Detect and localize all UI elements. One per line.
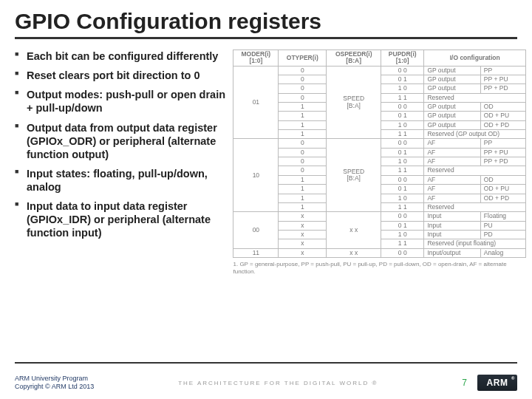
cell-config: GP output <box>424 112 480 120</box>
cell-ospeedr: SPEED[B:A] <box>327 139 381 212</box>
cell-pupdr: 1 0 <box>381 120 424 129</box>
cell-otyper: 0 <box>279 139 327 148</box>
cell-otyper: 0 <box>279 66 327 75</box>
cell-otyper: 1 <box>279 194 327 202</box>
cell-pupdr: 1 1 <box>381 239 424 248</box>
cell-io: Analog <box>480 248 525 257</box>
cell-moder: 11 <box>233 248 279 257</box>
cell-pupdr: 0 1 <box>381 112 424 120</box>
cell-moder: 00 <box>233 212 279 248</box>
cell-config: AF <box>424 185 480 194</box>
cell-config: Input <box>424 221 480 230</box>
cell-config: Reserved <box>424 93 526 102</box>
bullet-item: Each bit can be configured differently <box>15 50 227 63</box>
table-header: OSPEEDR(i)[B:A] <box>327 50 381 66</box>
cell-otyper: 1 <box>279 175 327 184</box>
cell-io: OD + PU <box>480 112 525 120</box>
cell-ospeedr: x x <box>327 248 381 257</box>
cell-pupdr: 1 0 <box>381 84 424 93</box>
cell-pupdr: 1 1 <box>381 202 424 211</box>
cell-pupdr: 0 1 <box>381 75 424 84</box>
page-number: 7 <box>462 378 467 388</box>
cell-otyper: 0 <box>279 166 327 175</box>
cell-moder: 10 <box>233 139 279 212</box>
cell-pupdr: 1 1 <box>381 166 424 175</box>
gpio-config-table: MODER(i)[1:0]OTYPER(i)OSPEEDR(i)[B:A]PUP… <box>233 50 526 258</box>
cell-config: AF <box>424 157 480 166</box>
bullet-item: Input states: floating, pull-up/down, an… <box>15 167 227 194</box>
bullet-item: Output data from output data register (G… <box>15 121 227 161</box>
cell-config: AF <box>424 139 480 148</box>
cell-pupdr: 1 0 <box>381 157 424 166</box>
cell-io: PP + PD <box>480 157 525 166</box>
table-header: MODER(i)[1:0] <box>233 50 279 66</box>
cell-pupdr: 1 1 <box>381 93 424 102</box>
cell-otyper: 1 <box>279 185 327 194</box>
cell-otyper: 0 <box>279 148 327 157</box>
cell-io: PP <box>480 139 525 148</box>
footer-rule <box>15 362 517 364</box>
arm-logo-text: ARM <box>487 378 508 388</box>
cell-pupdr: 1 0 <box>381 230 424 239</box>
table-footnote: 1. GP = general-purpose, PP = push-pull,… <box>233 261 526 275</box>
cell-pupdr: 0 1 <box>381 221 424 230</box>
slide-title: GPIO Configuration registers <box>15 9 517 34</box>
cell-otyper: 1 <box>279 120 327 129</box>
cell-config: AF <box>424 175 480 184</box>
cell-config: Reserved (input floating) <box>424 239 526 248</box>
cell-otyper: x <box>279 230 327 239</box>
bullet-item: Output modes: push-pull or open drain + … <box>15 88 227 115</box>
footer-program: ARM University Program Copyright © ARM L… <box>15 375 94 391</box>
cell-moder: 01 <box>233 66 279 139</box>
table-row: 11xx x0 0Input/outputAnalog <box>233 248 526 257</box>
cell-pupdr: 0 0 <box>381 103 424 112</box>
cell-io: PU <box>480 221 525 230</box>
footer-tagline: THE ARCHITECTURE FOR THE DIGITAL WORLD ® <box>94 380 462 386</box>
cell-pupdr: 0 0 <box>381 212 424 221</box>
cell-otyper: x <box>279 221 327 230</box>
cell-pupdr: 1 0 <box>381 194 424 202</box>
footer-program-line1: ARM University Program <box>15 375 94 383</box>
table-row: 00xx x0 0InputFloating <box>233 212 526 221</box>
table-header: PUPDR(i)[1:0] <box>381 50 424 66</box>
cell-config: Reserved <box>424 202 526 211</box>
cell-config: Input/output <box>424 248 480 257</box>
cell-otyper: 0 <box>279 84 327 93</box>
cell-otyper: 1 <box>279 103 327 112</box>
cell-otyper: 1 <box>279 202 327 211</box>
cell-config: AF <box>424 194 480 202</box>
cell-otyper: 1 <box>279 112 327 120</box>
cell-io: PP + PU <box>480 148 525 157</box>
cell-config: GP output <box>424 120 480 129</box>
cell-ospeedr: x x <box>327 212 381 248</box>
cell-config: Input <box>424 212 480 221</box>
cell-io: OD <box>480 175 525 184</box>
arm-logo: ARM® <box>477 375 517 391</box>
cell-io: PD <box>480 230 525 239</box>
cell-otyper: x <box>279 239 327 248</box>
cell-otyper: 0 <box>279 93 327 102</box>
cell-otyper: x <box>279 212 327 221</box>
cell-config: GP output <box>424 66 480 75</box>
cell-otyper: x <box>279 248 327 257</box>
cell-pupdr: 0 0 <box>381 248 424 257</box>
cell-otyper: 0 <box>279 75 327 84</box>
slide-footer: ARM University Program Copyright © ARM L… <box>0 366 532 399</box>
cell-config: Input <box>424 230 480 239</box>
footer-program-line2: Copyright © ARM Ltd 2013 <box>15 383 94 391</box>
bullet-item: Reset clears port bit direction to 0 <box>15 69 227 82</box>
cell-io: OD + PD <box>480 194 525 202</box>
cell-pupdr: 0 1 <box>381 148 424 157</box>
cell-otyper: 0 <box>279 157 327 166</box>
cell-pupdr: 0 0 <box>381 139 424 148</box>
cell-io: Floating <box>480 212 525 221</box>
table-row: 100SPEED[B:A]0 0AFPP <box>233 139 526 148</box>
cell-config: GP output <box>424 84 480 93</box>
table-row: 010SPEED[B:A]0 0GP outputPP <box>233 66 526 75</box>
cell-config: GP output <box>424 103 480 112</box>
cell-io: PP + PD <box>480 84 525 93</box>
cell-io: PP + PU <box>480 75 525 84</box>
table-header: OTYPER(i) <box>279 50 327 66</box>
cell-io: OD + PD <box>480 120 525 129</box>
cell-io: OD + PU <box>480 185 525 194</box>
